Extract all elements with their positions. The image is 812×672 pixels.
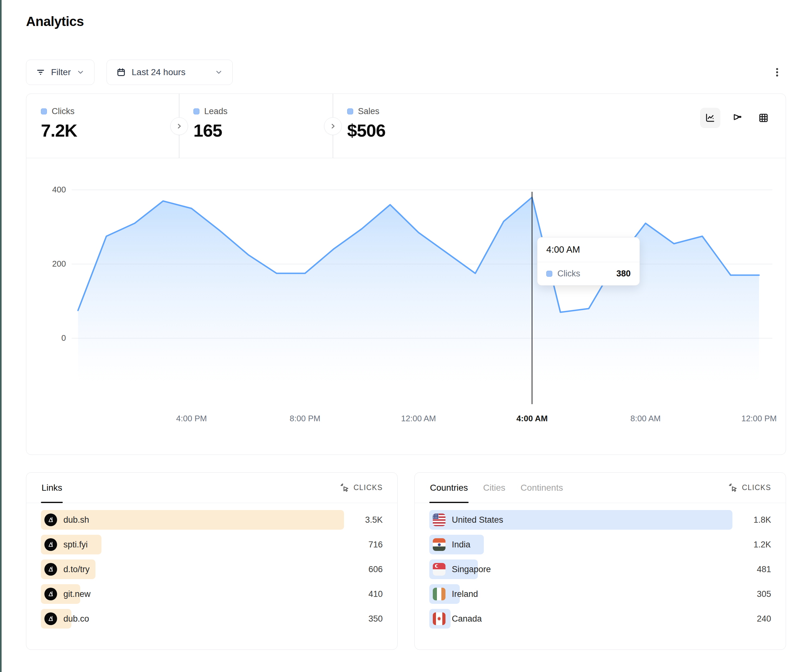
stat-value: 165 [193, 120, 333, 141]
y-axis-tick: 400 [44, 185, 66, 194]
ca-flag-icon [433, 612, 445, 625]
stat-label: Leads [204, 106, 228, 116]
tab-label: Countries [430, 483, 468, 493]
tab-clicks[interactable]: Clicks 7.2K [26, 94, 179, 158]
y-axis-tick: 200 [44, 259, 66, 269]
row-value: 305 [741, 589, 771, 599]
x-axis-tick: 12:00 PM [741, 414, 776, 423]
row-value: 240 [741, 614, 771, 624]
y-axis-tick: 0 [44, 333, 66, 343]
row-value: 1.8K [741, 515, 771, 525]
line-chart-view-button[interactable] [700, 108, 720, 128]
toolbar: Filter Last 24 hours [26, 60, 786, 85]
tab-sales[interactable]: Sales $506 [333, 94, 486, 158]
chart-view-switcher [700, 108, 773, 128]
next-metric-button[interactable] [170, 117, 188, 135]
metric-label: CLICKS [353, 483, 383, 492]
chart-plot[interactable] [72, 181, 773, 409]
tooltip-value: 380 [616, 269, 631, 279]
dub-logo-icon [44, 563, 57, 576]
metric-selector[interactable]: CLICKS [728, 472, 771, 503]
chevron-down-icon [215, 68, 223, 77]
country-row[interactable]: United States1.8K [429, 510, 771, 530]
row-label: dub.co [63, 614, 89, 624]
tooltip-series: Clicks [558, 269, 580, 279]
cursor-click-icon [340, 483, 350, 493]
row-label: dub.sh [63, 515, 89, 525]
leads-legend-square [193, 108, 200, 114]
stats-row: Clicks 7.2K Leads 165 Sales $506 [26, 94, 786, 158]
calendar-icon [116, 68, 126, 77]
kebab-menu-icon [771, 67, 783, 78]
grid-icon [758, 113, 769, 123]
filter-icon [36, 68, 45, 77]
analytics-card: Clicks 7.2K Leads 165 Sales $506 [26, 94, 786, 455]
row-label: Ireland [452, 589, 478, 599]
stat-value: $506 [347, 120, 486, 141]
table-view-button[interactable] [755, 109, 773, 127]
row-value: 481 [741, 565, 771, 574]
tab-label: Cities [483, 483, 505, 493]
in-flag-icon [433, 538, 445, 551]
chevron-down-icon [77, 68, 85, 77]
chart-tooltip: 4:00 AM Clicks 380 [537, 237, 640, 286]
dub-logo-icon [44, 513, 57, 526]
geo-panel: Countries Cities Continents CLICKS Unite… [415, 472, 786, 650]
x-axis-tick: 8:00 PM [290, 414, 321, 423]
line-chart-icon [705, 113, 716, 123]
country-row[interactable]: Singapore481 [429, 559, 771, 579]
row-value: 410 [352, 589, 383, 599]
country-row[interactable]: Ireland305 [429, 584, 771, 604]
chevron-right-icon [329, 122, 337, 130]
funnel-icon [732, 113, 743, 123]
link-row[interactable]: git.new410 [41, 584, 383, 604]
us-flag-icon [433, 513, 445, 526]
tab-cities[interactable]: Cities [483, 472, 506, 503]
sg-flag-icon [433, 563, 445, 576]
analytics-page: Analytics Filter Last 24 hours [0, 0, 812, 672]
links-panel-header: Links CLICKS [26, 472, 397, 503]
row-label: United States [452, 515, 503, 525]
row-value: 350 [352, 614, 383, 624]
link-row[interactable]: d.to/try606 [41, 559, 383, 579]
row-label: India [452, 540, 471, 550]
more-options-button[interactable] [768, 63, 786, 81]
tab-label: Continents [520, 483, 563, 493]
tooltip-time: 4:00 AM [537, 237, 640, 262]
tab-leads[interactable]: Leads 165 [179, 94, 333, 158]
country-row[interactable]: Canada240 [429, 609, 771, 629]
ie-flag-icon [433, 588, 445, 600]
row-value: 3.5K [352, 515, 383, 525]
cursor-click-icon [728, 483, 738, 493]
row-value: 1.2K [741, 540, 771, 550]
tab-label: Links [41, 483, 62, 493]
countries-list: United States1.8KIndia1.2KSingapore481Ir… [415, 503, 786, 629]
x-axis-tick: 12:00 AM [401, 414, 436, 423]
chevron-right-icon [175, 122, 183, 130]
link-row[interactable]: dub.co350 [41, 609, 383, 629]
link-row[interactable]: spti.fyi716 [41, 535, 383, 554]
x-axis-tick: 4:00 AM [517, 414, 548, 423]
dub-logo-icon [44, 588, 57, 600]
tab-links[interactable]: Links [41, 472, 63, 503]
next-metric-button[interactable] [324, 117, 342, 135]
metric-selector[interactable]: CLICKS [340, 472, 383, 503]
funnel-view-button[interactable] [728, 109, 746, 127]
tab-continents[interactable]: Continents [520, 472, 564, 503]
clicks-area-chart[interactable]: 4002000 4:00 PM8:00 PM12:00 AM4:00 AM8:0… [26, 158, 786, 455]
date-range-button[interactable]: Last 24 hours [107, 60, 233, 85]
filter-button[interactable]: Filter [26, 60, 94, 85]
country-row[interactable]: India1.2K [429, 535, 771, 554]
metric-label: CLICKS [742, 483, 771, 492]
x-axis-tick: 8:00 AM [630, 414, 660, 423]
row-label: Singapore [452, 565, 491, 574]
stat-label: Sales [358, 106, 380, 116]
row-value: 606 [352, 565, 383, 574]
stat-value: 7.2K [41, 120, 179, 141]
row-label: Canada [452, 614, 482, 624]
sales-legend-square [347, 108, 353, 114]
link-row[interactable]: dub.sh3.5K [41, 510, 383, 530]
row-value: 716 [352, 540, 383, 550]
row-label: d.to/try [63, 565, 90, 574]
tab-countries[interactable]: Countries [429, 472, 469, 503]
